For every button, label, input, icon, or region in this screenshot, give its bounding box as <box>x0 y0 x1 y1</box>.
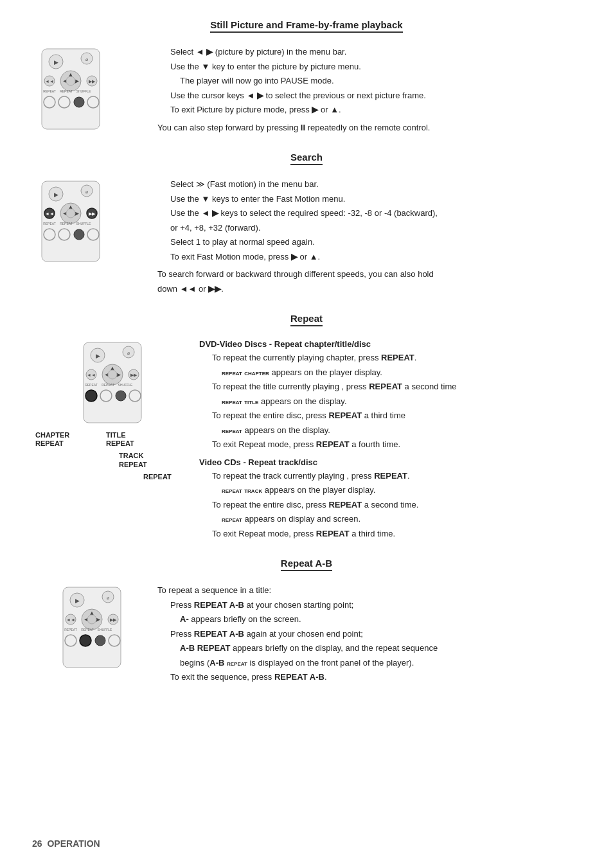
svg-point-20 <box>74 97 84 107</box>
svg-point-64 <box>116 391 126 401</box>
svg-text:SHUFFLE: SHUFFLE <box>118 383 133 387</box>
text-line: Use the ▼ key to enter the picture by pi… <box>157 60 578 73</box>
dvd-repeat-heading: DVD-Video Discs - Repeat chapter/title/d… <box>199 339 578 349</box>
text-line: To repeat the currently playing chapter,… <box>199 351 578 364</box>
text-line: To search forward or backward through di… <box>157 268 578 281</box>
remote-svg-3: ▶ ⌀ ◄◄ ▶▶ ▲ ▼ ◄ ▶ REPEAT REPEAT SH <box>77 339 148 426</box>
text-line: Select ≫ (Fast motion) in the menu bar. <box>157 178 578 191</box>
svg-text:▶: ▶ <box>54 59 58 66</box>
svg-text:▶▶: ▶▶ <box>130 373 138 377</box>
svg-point-14 <box>66 76 75 85</box>
text-line: To repeat the track currently playing , … <box>199 470 578 483</box>
svg-text:REPEAT: REPEAT <box>64 628 77 632</box>
chapter-label: CHAPTER <box>35 431 100 439</box>
track-repeat-text: REPEAT <box>119 461 190 469</box>
remote-svg-4: ▶ ⌀ ◄◄ ▶▶ ▲ ▼ ◄ ▶ REPEAT REPEAT SHUFFLE <box>57 584 127 671</box>
svg-text:▶▶: ▶▶ <box>89 79 96 84</box>
svg-text:SHUFFLE: SHUFFLE <box>76 89 91 93</box>
svg-text:REPEAT: REPEAT <box>60 222 73 226</box>
text-line: Select 1 to play at normal speed again. <box>157 236 578 249</box>
still-picture-section: Still Picture and Frame-by-frame playbac… <box>35 19 578 136</box>
text-line: repeat track appears on the player displ… <box>199 484 578 497</box>
svg-text:REPEAT: REPEAT <box>85 383 98 387</box>
remote-svg-2: ▶ ⌀ ◄◄ ▶▶ ▲ ▼ ◄ ▶ REPEAT REPEAT <box>35 178 106 265</box>
chapter-repeat-label: CHAPTER REPEAT <box>35 431 100 448</box>
page: Still Picture and Frame-by-frame playbac… <box>0 0 613 868</box>
svg-point-85 <box>80 635 91 646</box>
text-line: down ◄◄ or ▶▶. <box>157 283 578 296</box>
track-label: TRACK <box>119 452 190 460</box>
svg-text:⌀: ⌀ <box>107 596 109 600</box>
still-picture-image: ▶ ⌀ ◄◄ ▶▶ ▲ ▼ ◄ ▶ REP <box>35 46 148 136</box>
svg-text:REPEAT: REPEAT <box>43 222 56 226</box>
text-line: Use the cursor keys ◄ ▶ to select the pr… <box>157 89 578 102</box>
text-line: To repeat the entire disc, press REPEAT … <box>199 409 578 422</box>
svg-text:⌀: ⌀ <box>85 57 88 62</box>
text-line: To exit Repeat mode, press REPEAT a four… <box>199 438 578 451</box>
svg-text:▶: ▶ <box>96 353 100 359</box>
repeat-ab-image: ▶ ⌀ ◄◄ ▶▶ ▲ ▼ ◄ ▶ REPEAT REPEAT SHUFFLE <box>35 584 148 671</box>
svg-text:REPEAT: REPEAT <box>43 89 56 93</box>
text-line: To exit Fast Motion mode, press ▶ or ▲. <box>157 251 578 263</box>
search-section: Search ▶ ⌀ ◄◄ ▶▶ ▲ <box>35 152 578 297</box>
search-text: Select ≫ (Fast motion) in the menu bar. … <box>157 178 578 297</box>
text-line: A- appears briefly on the screen. <box>157 613 578 626</box>
text-line: To repeat the title currently playing , … <box>199 380 578 393</box>
repeat-only-label: REPEAT <box>35 473 190 481</box>
text-line: Press REPEAT A-B at your chosen starting… <box>157 599 578 612</box>
repeat-heading: Repeat <box>290 313 323 326</box>
text-line: To exit Repeat mode, press REPEAT a thir… <box>199 527 578 540</box>
svg-text:◄◄: ◄◄ <box>45 211 54 216</box>
text-line: The player will now go into PAUSE mode. <box>157 75 578 87</box>
text-line: repeat appears on the display. <box>199 424 578 437</box>
text-line: You can also step forward by pressing II… <box>157 121 578 134</box>
remote-svg-1: ▶ ⌀ ◄◄ ▶▶ ▲ ▼ ◄ ▶ REP <box>35 46 106 132</box>
search-heading: Search <box>290 152 323 165</box>
svg-point-62 <box>85 390 97 402</box>
search-image: ▶ ⌀ ◄◄ ▶▶ ▲ ▼ ◄ ▶ REPEAT REPEAT <box>35 178 148 297</box>
track-repeat-label: TRACK REPEAT <box>35 452 190 468</box>
still-picture-text: Select ◄ ▶ (picture by picture) in the m… <box>157 46 578 136</box>
svg-point-86 <box>95 635 105 646</box>
still-picture-heading: Still Picture and Frame-by-frame playbac… <box>210 19 402 33</box>
svg-text:◄◄: ◄◄ <box>87 373 96 377</box>
svg-point-42 <box>74 229 84 240</box>
svg-text:SHUFFLE: SHUFFLE <box>97 628 112 632</box>
page-footer: 26 OPERATION <box>32 838 103 849</box>
svg-text:▶: ▶ <box>75 598 79 604</box>
repeat-ab-text: To repeat a sequence in a title: Press R… <box>157 584 578 686</box>
text-line: repeat chapter appears on the player dis… <box>199 366 578 379</box>
title-repeat-label: TITLE REPEAT <box>100 431 157 448</box>
text-line: Use the ◄ ▶ keys to select the required … <box>157 207 578 220</box>
svg-point-36 <box>66 209 75 218</box>
repeat-text-col: DVD-Video Discs - Repeat chapter/title/d… <box>199 339 578 542</box>
title-label: TITLE <box>106 431 157 439</box>
svg-text:▶▶: ▶▶ <box>110 617 117 622</box>
svg-text:SHUFFLE: SHUFFLE <box>76 222 91 226</box>
repeat-text: REPEAT <box>143 473 190 481</box>
svg-text:◄◄: ◄◄ <box>45 79 54 84</box>
chapter-repeat-text: REPEAT <box>35 439 100 448</box>
svg-text:⌀: ⌀ <box>85 190 88 194</box>
text-line: begins (A-B repeat is displayed on the f… <box>157 657 578 669</box>
svg-point-58 <box>108 370 117 379</box>
text-line: Select ◄ ▶ (picture by picture) in the m… <box>157 46 578 58</box>
text-line: Press REPEAT A-B again at your chosen en… <box>157 628 578 641</box>
svg-text:▶▶: ▶▶ <box>89 211 96 216</box>
text-line: repeat title appears on the display. <box>199 395 578 408</box>
text-line: To exit Picture by picture mode, press ▶… <box>157 103 578 116</box>
repeat-left-col: ▶ ⌀ ◄◄ ▶▶ ▲ ▼ ◄ ▶ REPEAT REPEAT SH <box>35 339 190 508</box>
svg-text:REPEAT: REPEAT <box>60 89 73 93</box>
title-repeat-text: REPEAT <box>106 439 157 448</box>
repeat-ab-heading: Repeat A-B <box>281 558 332 571</box>
repeat-ab-section: Repeat A-B ▶ ⌀ ◄◄ ▶▶ ▲ ▼ ◄ <box>35 558 578 686</box>
svg-point-80 <box>87 615 96 624</box>
text-line: To repeat the entire disc, press REPEAT … <box>199 499 578 511</box>
page-number: 26 <box>32 838 42 849</box>
text-line: repeat appears on display and screen. <box>199 513 578 526</box>
text-line: Use the ▼ keys to enter the Fast Motion … <box>157 193 578 206</box>
repeat-labels: CHAPTER REPEAT TITLE REPEAT TRACK REPEAT <box>35 431 190 508</box>
text-line: A-B REPEAT appears briefly on the displa… <box>157 642 578 655</box>
svg-text:REPEAT: REPEAT <box>102 383 114 387</box>
operation-label: OPERATION <box>47 838 100 849</box>
